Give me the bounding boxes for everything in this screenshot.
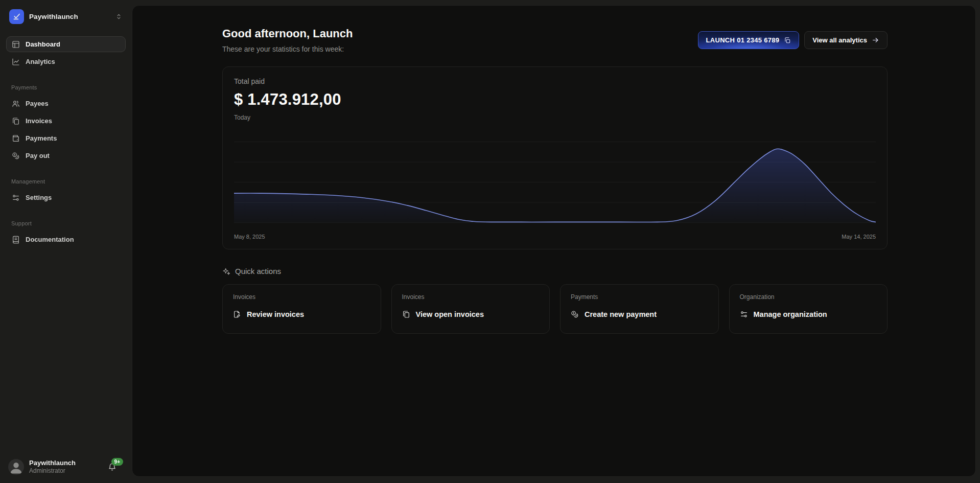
sparkles-icon	[222, 267, 230, 275]
coins-icon	[12, 152, 20, 160]
card-label: Create new payment	[585, 310, 657, 318]
quick-actions-title: Quick actions	[235, 267, 281, 275]
copy-icon	[784, 37, 791, 44]
sidebar: Paywithlaunch Dashboard Analytics Paymen…	[0, 0, 132, 483]
section-label-payments: Payments	[11, 84, 126, 90]
card-category: Organization	[740, 293, 877, 301]
app-logo	[9, 9, 24, 24]
total-paid-card: Total paid $ 1.473.912,00 Today M	[222, 66, 888, 249]
sidebar-item-settings[interactable]: Settings	[6, 190, 126, 205]
chart-area-fill	[234, 149, 876, 223]
chart-line-icon	[12, 58, 20, 66]
workspace-switcher[interactable]: Paywithlaunch	[6, 7, 126, 26]
quick-action-review-invoices[interactable]: Invoices Review invoices	[222, 284, 381, 334]
card-label: Manage organization	[754, 310, 827, 318]
users-icon	[12, 100, 20, 108]
quick-action-view-open-invoices[interactable]: Invoices View open invoices	[391, 284, 550, 334]
sidebar-item-payments[interactable]: Payments	[6, 130, 126, 146]
sidebar-item-pay-out[interactable]: Pay out	[6, 148, 126, 164]
view-all-analytics-button[interactable]: View all analytics	[804, 31, 888, 49]
chart-title: Total paid	[234, 77, 876, 85]
workspace-name: Paywithlaunch	[29, 13, 110, 20]
page-header: Good afternoon, Launch These are your st…	[222, 27, 888, 53]
launch-logo-icon	[12, 12, 21, 21]
sidebar-item-label: Pay out	[26, 152, 50, 159]
card-category: Payments	[571, 293, 708, 301]
sidebar-item-documentation[interactable]: Documentation	[6, 232, 126, 247]
page-subtitle: These are your statistics for this week:	[222, 45, 353, 53]
wallet-icon	[12, 134, 20, 143]
quick-actions-header: Quick actions	[222, 267, 888, 275]
sidebar-item-payees[interactable]: Payees	[6, 96, 126, 111]
sidebar-item-dashboard[interactable]: Dashboard	[6, 36, 126, 52]
page-title: Good afternoon, Launch	[222, 27, 353, 40]
sidebar-item-invoices[interactable]: Invoices	[6, 113, 126, 129]
x-axis-start-label: May 8, 2025	[234, 234, 265, 240]
total-paid-value: $ 1.473.912,00	[234, 90, 876, 109]
book-icon	[12, 236, 20, 244]
card-category: Invoices	[233, 293, 370, 301]
sliders-icon	[12, 194, 20, 202]
section-label-management: Management	[11, 178, 126, 185]
card-label: View open invoices	[416, 310, 484, 318]
card-category: Invoices	[402, 293, 540, 301]
file-pen-icon	[233, 310, 241, 318]
files-icon	[12, 117, 20, 125]
sidebar-item-label: Payees	[26, 100, 49, 107]
user-role: Administrator	[29, 467, 103, 475]
card-label: Review invoices	[247, 310, 304, 318]
arrow-right-icon	[872, 36, 879, 44]
avatar	[8, 459, 24, 475]
dashboard-icon	[12, 40, 20, 49]
sidebar-item-label: Settings	[26, 194, 52, 201]
sidebar-item-label: Payments	[26, 134, 57, 142]
chart-period: Today	[234, 114, 876, 121]
notification-badge: 9+	[111, 458, 123, 466]
sidebar-item-label: Documentation	[26, 236, 74, 243]
account-number-button[interactable]: LAUNCH 01 2345 6789	[698, 31, 800, 49]
quick-actions-grid: Invoices Review invoices Invoices View o…	[222, 284, 888, 334]
quick-action-create-new-payment[interactable]: Payments Create new payment	[560, 284, 719, 334]
user-profile[interactable]: Paywithlaunch Administrator 9+	[6, 459, 126, 475]
quick-action-manage-organization[interactable]: Organization Manage organization	[729, 284, 888, 334]
sliders-icon	[740, 310, 748, 318]
sidebar-item-label: Dashboard	[26, 40, 60, 48]
files-icon	[402, 310, 410, 318]
sidebar-item-label: Invoices	[26, 117, 52, 125]
user-name: Paywithlaunch	[29, 459, 103, 467]
main-panel: Good afternoon, Launch These are your st…	[132, 5, 976, 477]
sidebar-item-analytics[interactable]: Analytics	[6, 54, 126, 70]
x-axis-end-label: May 14, 2025	[842, 234, 876, 240]
coins-icon	[571, 310, 579, 318]
area-chart[interactable]	[234, 128, 876, 229]
sidebar-item-label: Analytics	[26, 58, 55, 65]
section-label-support: Support	[11, 220, 126, 226]
notifications-button[interactable]: 9+	[108, 463, 116, 471]
chart-x-axis: May 8, 2025 May 14, 2025	[234, 234, 876, 240]
chevrons-up-down-icon	[115, 13, 123, 20]
